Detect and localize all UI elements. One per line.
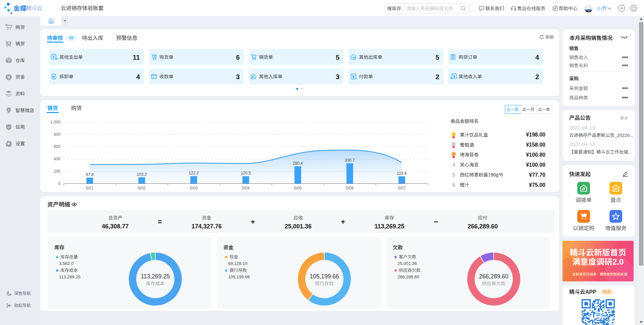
svg-text:5/05: 5/05 [294,185,302,190]
svg-text:280.4: 280.4 [293,161,303,166]
svg-text:5/01: 5/01 [86,185,94,190]
svg-text:5/02: 5/02 [138,185,146,190]
svg-text:800: 800 [54,132,60,137]
svg-text:103.2: 103.2 [137,172,147,176]
svg-text:1,000: 1,000 [50,120,60,124]
svg-text:...: ... [628,150,632,155]
svg-text:200: 200 [54,169,60,173]
svg-text:122.2: 122.2 [189,171,199,175]
svg-text:190g*6: 190g*6 [488,172,503,178]
svg-text:APP: APP [585,289,596,295]
svg-text:5/06: 5/06 [346,185,354,190]
svg-text:97.8: 97.8 [86,172,94,177]
svg-text:400: 400 [54,157,60,161]
svg-text:0: 0 [58,181,60,186]
svg-text:_20220...: _20220... [614,133,633,138]
svg-text:5/07: 5/07 [398,185,406,190]
svg-text:2.0: 2.0 [612,258,624,267]
svg-text:600: 600 [54,144,60,149]
svg-text:5/04: 5/04 [242,185,250,190]
svg-text:5/03: 5/03 [190,185,198,190]
svg-text:119.6: 119.6 [397,171,407,175]
svg-text:120.5: 120.5 [241,171,251,175]
svg-text:330.7: 330.7 [345,158,355,162]
